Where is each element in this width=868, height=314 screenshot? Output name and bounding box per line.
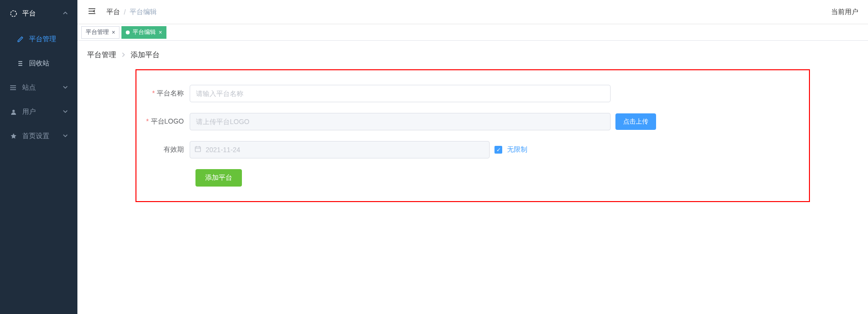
svg-point-0 (11, 11, 16, 16)
form-row-expiry: 有效期 ✓ 无限制 (146, 141, 799, 158)
expiry-label: 有效期 (146, 145, 190, 154)
chevron-down-icon (63, 109, 68, 115)
calendar-icon (195, 146, 201, 154)
menu-group-user[interactable]: 用户 (0, 100, 77, 124)
svg-point-1 (10, 85, 11, 86)
inner-breadcrumb-first[interactable]: 平台管理 (87, 50, 116, 60)
menu-group-homepage[interactable]: 首页设置 (0, 124, 77, 148)
sidebar-item-label: 平台管理 (29, 35, 56, 44)
star-icon (10, 132, 17, 140)
logo-input (190, 113, 611, 130)
hamburger-toggle[interactable] (87, 6, 97, 17)
platform-icon (10, 10, 17, 17)
breadcrumb-separator: / (124, 8, 126, 16)
topbar: 平台 / 平台编辑 当前用户 (77, 0, 868, 24)
menu-group-site[interactable]: 站点 (0, 76, 77, 100)
breadcrumb-current: 平台编辑 (130, 8, 157, 16)
svg-rect-5 (195, 147, 201, 152)
menu-group-label: 用户 (22, 108, 36, 116)
inner-breadcrumb: 平台管理 添加平台 (87, 50, 858, 60)
tab-platform-edit[interactable]: 平台编辑 × (121, 26, 166, 39)
chevron-down-icon (63, 133, 68, 140)
content: 平台管理 添加平台 *平台名称 *平台LOGO 点击上传 (77, 41, 868, 212)
form-box: *平台名称 *平台LOGO 点击上传 有效期 (135, 69, 810, 202)
main: 平台 / 平台编辑 当前用户 平台管理 × 平台编辑 × 平台管理 (77, 0, 868, 314)
menu-group-platform[interactable]: 平台 (0, 0, 77, 27)
form-row-name: *平台名称 (146, 85, 799, 102)
menu-group-label: 平台 (22, 9, 36, 18)
expiry-input[interactable] (190, 141, 490, 158)
chevron-right-icon (121, 51, 126, 59)
upload-button[interactable]: 点击上传 (615, 113, 656, 130)
sidebar-item-label: 回收站 (29, 59, 49, 68)
list-icon (16, 60, 24, 67)
menu-group-label: 首页设置 (22, 132, 49, 141)
name-label: *平台名称 (146, 89, 190, 98)
tab-label: 平台管理 (86, 28, 109, 36)
tab-label: 平台编辑 (133, 28, 156, 36)
close-icon[interactable]: × (112, 29, 115, 36)
user-icon (10, 108, 17, 116)
sidebar: 平台 平台管理 回收站 (0, 0, 77, 314)
unlimited-label[interactable]: 无限制 (507, 145, 527, 154)
unlimited-checkbox[interactable]: ✓ (494, 146, 502, 154)
submit-row: 添加平台 (195, 169, 799, 187)
svg-point-2 (10, 87, 11, 88)
chevron-up-icon (63, 10, 68, 17)
sidebar-item-platform-manage[interactable]: 平台管理 (0, 27, 77, 51)
breadcrumb-root[interactable]: 平台 (106, 8, 120, 16)
breadcrumb: 平台 / 平台编辑 (106, 8, 157, 16)
submit-button[interactable]: 添加平台 (195, 169, 242, 187)
tabs-row: 平台管理 × 平台编辑 × (77, 24, 868, 41)
inner-breadcrumb-second: 添加平台 (131, 50, 160, 60)
svg-point-3 (10, 89, 11, 90)
site-icon (10, 84, 17, 92)
name-input[interactable] (190, 85, 611, 102)
form-row-logo: *平台LOGO 点击上传 (146, 113, 799, 130)
edit-icon (16, 35, 24, 43)
chevron-down-icon (63, 84, 68, 91)
active-dot-icon (126, 31, 130, 34)
sidebar-item-recycle[interactable]: 回收站 (0, 51, 77, 76)
logo-label: *平台LOGO (146, 117, 190, 126)
current-user-label[interactable]: 当前用户 (831, 8, 858, 16)
close-icon[interactable]: × (159, 29, 162, 36)
svg-point-4 (13, 110, 15, 112)
submenu-platform: 平台管理 回收站 (0, 27, 77, 76)
menu-group-label: 站点 (22, 83, 36, 92)
tab-platform-manage[interactable]: 平台管理 × (81, 26, 120, 39)
